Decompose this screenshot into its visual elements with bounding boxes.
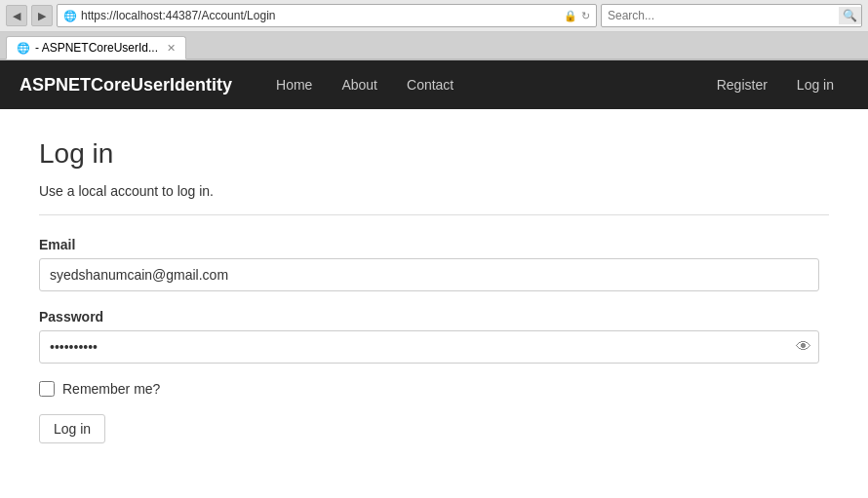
favicon-icon: 🌐 bbox=[63, 10, 77, 22]
browser-chrome: ◀ ▶ 🌐 https://localhost:44387/Account/Lo… bbox=[0, 0, 868, 60]
search-input[interactable] bbox=[608, 9, 839, 22]
email-label: Email bbox=[39, 237, 829, 252]
forward-button[interactable]: ▶ bbox=[31, 5, 53, 26]
page-content: Log in Use a local account to log in. Em… bbox=[0, 109, 868, 473]
password-form-group: Password 👁 bbox=[39, 309, 829, 364]
subtitle: Use a local account to log in. bbox=[39, 183, 829, 199]
home-nav-link[interactable]: Home bbox=[261, 62, 327, 107]
password-wrapper: 👁 bbox=[39, 330, 819, 364]
contact-nav-link[interactable]: Contact bbox=[392, 62, 468, 107]
nav-links: Home About Contact bbox=[261, 62, 702, 107]
address-bar-row: ◀ ▶ 🌐 https://localhost:44387/Account/Lo… bbox=[0, 0, 868, 32]
search-bar[interactable]: 🔍 bbox=[601, 4, 862, 27]
address-bar[interactable]: 🌐 https://localhost:44387/Account/Login … bbox=[57, 4, 597, 27]
app-navbar: ASPNETCoreUserIdentity Home About Contac… bbox=[0, 60, 868, 109]
back-button[interactable]: ◀ bbox=[6, 5, 27, 26]
tab-close-button[interactable]: ✕ bbox=[167, 42, 176, 55]
search-button[interactable]: 🔍 bbox=[839, 7, 861, 24]
about-nav-link[interactable]: About bbox=[327, 62, 392, 107]
password-input[interactable] bbox=[39, 330, 819, 364]
lock-icon: 🔒 bbox=[564, 10, 577, 22]
register-nav-link[interactable]: Register bbox=[702, 62, 782, 107]
remember-label: Remember me? bbox=[62, 381, 160, 397]
password-toggle-button[interactable]: 👁 bbox=[796, 338, 811, 356]
login-button[interactable]: Log in bbox=[39, 414, 105, 443]
tabs-row: 🌐 - ASPNETCoreUserId... ✕ bbox=[0, 32, 868, 59]
email-input[interactable] bbox=[39, 258, 819, 291]
remember-row: Remember me? bbox=[39, 381, 829, 397]
url-text: https://localhost:44387/Account/Login bbox=[81, 9, 560, 22]
active-tab[interactable]: 🌐 - ASPNETCoreUserId... ✕ bbox=[6, 36, 186, 59]
tab-favicon-icon: 🌐 bbox=[17, 42, 30, 55]
brand-link[interactable]: ASPNETCoreUserIdentity bbox=[20, 75, 232, 96]
page-title: Log in bbox=[39, 138, 829, 170]
email-form-group: Email bbox=[39, 237, 829, 291]
nav-right: Register Log in bbox=[702, 62, 848, 107]
tab-title: - ASPNETCoreUserId... bbox=[35, 41, 158, 55]
remember-checkbox[interactable] bbox=[39, 381, 55, 397]
login-nav-link[interactable]: Log in bbox=[782, 62, 848, 107]
divider bbox=[39, 214, 829, 215]
password-label: Password bbox=[39, 309, 829, 325]
refresh-icon[interactable]: ↻ bbox=[581, 10, 590, 22]
